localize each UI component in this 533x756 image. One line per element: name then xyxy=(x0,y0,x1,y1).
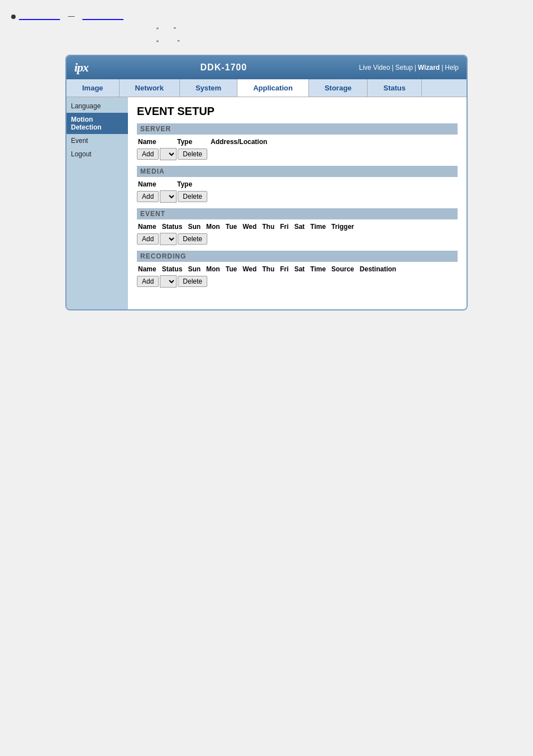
recording-col-name: Name xyxy=(138,265,156,273)
event-columns: Name Status Sun Mon Tue Wed Thu Fri Sat … xyxy=(137,223,458,231)
server-section: SERVER Name Type Address/Location Add De… xyxy=(137,123,458,160)
event-header: EVENT xyxy=(137,208,458,219)
recording-col-fri: Fri xyxy=(280,265,288,273)
recording-col-sat: Sat xyxy=(294,265,305,273)
event-col-thu: Thu xyxy=(262,223,274,231)
tab-application[interactable]: Application xyxy=(237,79,309,97)
event-col-tue: Tue xyxy=(226,223,237,231)
recording-col-time: Time xyxy=(310,265,326,273)
server-header: SERVER xyxy=(137,123,458,135)
sidebar-item-event[interactable]: Event xyxy=(66,134,128,147)
recording-add-button[interactable]: Add xyxy=(137,276,159,287)
sidebar: Language Motion Detection Event Logout xyxy=(66,97,128,309)
sep1: | xyxy=(392,64,393,71)
event-add-button[interactable]: Add xyxy=(137,233,159,245)
tab-system[interactable]: System xyxy=(180,79,237,97)
sidebar-item-motion-detection[interactable]: Motion Detection xyxy=(66,113,128,134)
top-notes: ___________ — ___________ “ ” xyxy=(11,11,522,49)
media-section: MEDIA Name Type Add Delete xyxy=(137,166,458,203)
note2: “ ” xyxy=(22,38,522,49)
content-panel: EVENT SETUP SERVER Name Type Address/Loc… xyxy=(128,97,467,309)
media-buttons: Add Delete xyxy=(137,190,458,203)
event-col-sun: Sun xyxy=(188,223,201,231)
recording-columns: Name Status Sun Mon Tue Wed Thu Fri Sat … xyxy=(137,265,458,273)
event-col-mon: Mon xyxy=(206,223,220,231)
camera-ui: ipx DDK-1700 Live Video | Setup | Wizard… xyxy=(65,55,468,310)
bullet-link2[interactable]: ___________ xyxy=(82,12,123,20)
sep3: | xyxy=(441,64,443,71)
event-col-wed: Wed xyxy=(242,223,256,231)
bullet-icon xyxy=(11,15,16,19)
bullet-link[interactable]: ___________ xyxy=(19,12,60,20)
recording-header: RECORDING xyxy=(137,251,458,262)
media-col-name: Name xyxy=(138,180,172,188)
server-buttons: Add Delete xyxy=(137,148,458,160)
header-bar: ipx DDK-1700 Live Video | Setup | Wizard… xyxy=(66,56,467,79)
server-columns: Name Type Address/Location xyxy=(137,138,458,146)
tab-status[interactable]: Status xyxy=(368,79,422,97)
event-col-sat: Sat xyxy=(294,223,305,231)
recording-col-source: Source xyxy=(331,265,354,273)
server-col-name: Name xyxy=(138,138,172,146)
bullet-content: ___________ — ___________ xyxy=(19,11,123,22)
media-select[interactable] xyxy=(160,190,177,203)
recording-col-tue: Tue xyxy=(226,265,237,273)
event-delete-button[interactable]: Delete xyxy=(178,233,207,245)
event-col-name: Name xyxy=(138,223,156,231)
event-buttons: Add Delete xyxy=(137,233,458,245)
media-columns: Name Type xyxy=(137,180,458,188)
media-add-button[interactable]: Add xyxy=(137,191,159,202)
logo: ipx xyxy=(74,60,88,75)
recording-section: RECORDING Name Status Sun Mon Tue Wed Th… xyxy=(137,251,458,288)
event-col-status: Status xyxy=(162,223,183,231)
event-select[interactable] xyxy=(160,233,177,245)
sidebar-item-language[interactable]: Language xyxy=(66,99,128,113)
recording-col-sun: Sun xyxy=(188,265,201,273)
tab-image[interactable]: Image xyxy=(66,79,120,97)
recording-col-wed: Wed xyxy=(242,265,256,273)
nav-tabs: Image Network System Application Storage… xyxy=(66,79,467,97)
recording-col-destination: Destination xyxy=(360,265,396,273)
event-col-time: Time xyxy=(310,223,326,231)
live-video-link[interactable]: Live Video xyxy=(359,64,391,71)
device-title: DDK-1700 xyxy=(201,63,248,73)
tab-network[interactable]: Network xyxy=(120,79,180,97)
media-header: MEDIA xyxy=(137,166,458,177)
media-col-type: Type xyxy=(177,180,205,188)
wizard-link[interactable]: Wizard xyxy=(418,64,440,71)
server-col-address: Address/Location xyxy=(211,138,322,146)
media-delete-button[interactable]: Delete xyxy=(178,191,207,202)
server-col-type: Type xyxy=(177,138,205,146)
help-link[interactable]: Help xyxy=(445,64,459,71)
recording-col-mon: Mon xyxy=(206,265,220,273)
recording-col-thu: Thu xyxy=(262,265,274,273)
recording-delete-button[interactable]: Delete xyxy=(178,276,207,287)
tab-storage[interactable]: Storage xyxy=(309,79,368,97)
server-select[interactable] xyxy=(160,148,177,160)
sidebar-item-logout[interactable]: Logout xyxy=(66,147,128,161)
recording-col-status: Status xyxy=(162,265,183,273)
header-links: Live Video | Setup | Wizard | Help xyxy=(359,64,459,71)
page-title: EVENT SETUP xyxy=(137,105,458,118)
recording-select[interactable] xyxy=(160,275,177,288)
server-add-button[interactable]: Add xyxy=(137,149,159,160)
setup-link[interactable]: Setup xyxy=(395,64,412,71)
main-content: Language Motion Detection Event Logout E… xyxy=(66,97,467,309)
note1: “ ” xyxy=(22,25,522,36)
server-delete-button[interactable]: Delete xyxy=(178,149,207,160)
event-section: EVENT Name Status Sun Mon Tue Wed Thu Fr… xyxy=(137,208,458,245)
recording-buttons: Add Delete xyxy=(137,275,458,288)
event-col-fri: Fri xyxy=(280,223,288,231)
event-col-trigger: Trigger xyxy=(331,223,354,231)
sep2: | xyxy=(415,64,416,71)
